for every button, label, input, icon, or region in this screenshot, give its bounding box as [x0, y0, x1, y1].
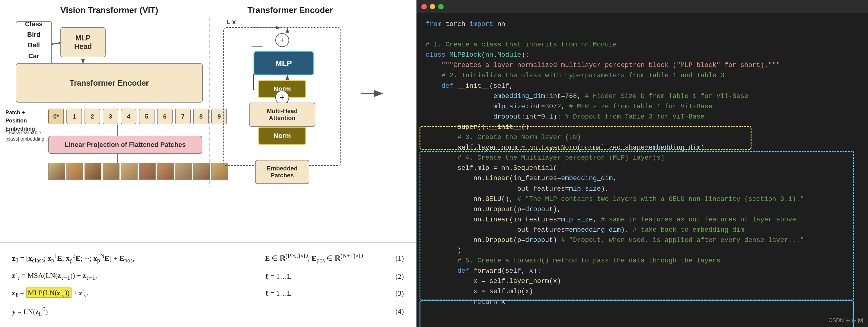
- code-line-2: # 1. Create a class that inherits from n…: [426, 40, 859, 50]
- code-line-0: from torch import nn: [426, 19, 859, 30]
- eq2-right: ℓ = 1…L: [265, 272, 386, 281]
- eq3-num: (3): [386, 289, 404, 297]
- code-line-8: mlp_size:int=3072, # MLP size from Table…: [426, 102, 859, 112]
- patch-1: [66, 163, 83, 180]
- token-5: 5: [139, 108, 155, 124]
- equation-row-3: zℓ = MLP(LN(z′ℓ)) + z′ℓ, ℓ = 1…L (3): [12, 289, 404, 298]
- right-panel: from torch import nn # 1. Create a class…: [416, 0, 868, 327]
- code-line-5: # 2. Initialize the class with hyperpara…: [426, 71, 859, 81]
- tokens-row: 0* 1 2 3 4 5 6 7 8 9: [48, 108, 227, 124]
- patch-label-text: Patch + PositionEmbedding: [5, 109, 35, 132]
- eq3-left: zℓ = MLP(LN(z′ℓ)) + z′ℓ,: [12, 289, 265, 298]
- code-line-7: embedding_dim:int=768, # Hidden Size D f…: [426, 91, 859, 102]
- code-line-12: self.layer_norm = nn.LayerNorm(normalize…: [426, 143, 859, 153]
- eq1-right-text: E ∈ ℝ(P²·C)×D, Epos ∈ ℝ(N+1)×D: [265, 254, 363, 262]
- code-line-6: def __init__(self,: [426, 81, 859, 91]
- eq4-left-text: y = LN(zL0): [12, 308, 48, 316]
- patch-7: [175, 163, 192, 180]
- embedded-patches-box: EmbeddedPatches: [255, 160, 309, 184]
- patch-0: [48, 163, 65, 180]
- extra-label-text: * Extra learnable[class] embedding: [5, 130, 44, 141]
- linear-proj-label: Linear Projection of Flattened Patches: [65, 141, 186, 149]
- chrome-dot-yellow[interactable]: [430, 4, 435, 9]
- code-line-4: """Creates a layer normalized multilayer…: [426, 60, 859, 71]
- diagram-area: Vision Transformer (ViT) Transformer Enc…: [0, 0, 416, 242]
- window-chrome: [416, 0, 868, 13]
- eq4-left: y = LN(zL0): [12, 306, 265, 317]
- code-line-16: out_features=mlp_size),: [426, 184, 859, 194]
- code-line-15: nn.Linear(in_features=embedding_dim,: [426, 173, 859, 184]
- norm-bot-box: Norm: [258, 127, 306, 145]
- code-area: from torch import nn # 1. Create a class…: [416, 13, 868, 327]
- eq1-num: (1): [386, 254, 404, 262]
- te-detail: L x + MLP Norm + Multi-HeadAttention Nor…: [223, 18, 353, 187]
- mha-box: Multi-HeadAttention: [249, 103, 315, 127]
- patches-row: [48, 163, 228, 180]
- code-line-23: # 5. Create a forward() method to pass t…: [426, 256, 859, 266]
- token-4: 4: [121, 108, 136, 124]
- code-line-25: x = self.layer_norm(x): [426, 276, 859, 287]
- patch-4: [121, 163, 137, 180]
- equation-row-2: z′ℓ = MSA(LN(zℓ−1)) + zℓ−1, ℓ = 1…L (2): [12, 271, 404, 281]
- token-0: 0*: [48, 108, 64, 124]
- transformer-encoder-main-box: Transformer Encoder: [16, 63, 203, 103]
- eq1-right: E ∈ ℝ(P²·C)×D, Epos ∈ ℝ(N+1)×D: [265, 253, 386, 264]
- eq3-right: ℓ = 1…L: [265, 289, 386, 297]
- code-line-14: self.mlp = nn.Sequential(: [426, 163, 859, 173]
- lx-label: L x: [226, 18, 236, 26]
- chrome-dot-green[interactable]: [438, 4, 444, 9]
- token-3: 3: [103, 108, 118, 124]
- code-line-22: ): [426, 246, 859, 256]
- token-6: 6: [157, 108, 173, 124]
- equation-row-1: z0 = [xclass; xp1E; xp2E; ···; xpNE] + E…: [12, 253, 404, 264]
- code-line-27: return x: [426, 297, 859, 307]
- patch-5: [139, 163, 156, 180]
- eq1-left: z0 = [xclass; xp1E; xp2E; ···; xpNE] + E…: [12, 253, 265, 264]
- code-line-19: nn.Linear(in_features=mlp_size, # same i…: [426, 215, 859, 225]
- code-line-10: super().__init__(): [426, 122, 859, 132]
- code-line-9: dropout:int=0.1): # Dropout from Table 3…: [426, 112, 859, 122]
- te-title: Transformer Encoder: [247, 5, 333, 15]
- patch-position-label: Patch + PositionEmbedding: [5, 108, 48, 133]
- svg-line-0: [52, 42, 60, 45]
- class-box: ClassBirdBallCar...: [16, 21, 52, 69]
- eq3-right-text: ℓ = 1…L: [265, 289, 291, 297]
- equation-row-4: y = LN(zL0) (4): [12, 306, 404, 317]
- mlp-te-box: MLP: [253, 51, 314, 75]
- code-line-blank1: [426, 30, 859, 40]
- linear-proj-box: Linear Projection of Flattened Patches: [48, 136, 202, 154]
- token-8: 8: [193, 108, 209, 124]
- eq2-left-text: z′ℓ = MSA(LN(zℓ−1)) + zℓ−1,: [12, 271, 97, 279]
- code-line-18: nn.Dropout(p=dropout),: [426, 204, 859, 215]
- code-line-20: out_features=embedding_dim), # take back…: [426, 225, 859, 235]
- patch-6: [157, 163, 174, 180]
- patch-2: [85, 163, 101, 180]
- embedded-patches-label: EmbeddedPatches: [267, 165, 298, 179]
- mha-label: Multi-HeadAttention: [267, 108, 298, 122]
- eq2-right-text: ℓ = 1…L: [265, 272, 291, 280]
- vit-title: Vision Transformer (ViT): [60, 5, 158, 15]
- eq2-left: z′ℓ = MSA(LN(zℓ−1)) + zℓ−1,: [12, 271, 265, 281]
- eq2-num: (2): [386, 272, 404, 281]
- extra-learnable-label: * Extra learnable[class] embedding: [5, 130, 48, 142]
- token-7: 7: [175, 108, 191, 124]
- code-line-26: x = self.mlp(x): [426, 287, 859, 297]
- norm-bot-label: Norm: [273, 132, 291, 140]
- chrome-dot-red[interactable]: [421, 4, 427, 9]
- code-line-13: # 4. Create the Multilayer perceptron (M…: [426, 153, 859, 163]
- eq4-num: (4): [386, 307, 404, 316]
- code-line-11: # 3. Create the Norm layer (LN): [426, 132, 859, 143]
- code-line-21: nn.Dropout(p=dropout) # "Dropout, when u…: [426, 235, 859, 246]
- eq1-left-text: z0 = [xclass; xp1E; xp2E; ···; xpNE] + E…: [12, 254, 134, 262]
- csdn-watermark: CSDN 中系 网: [829, 317, 863, 324]
- token-2: 2: [85, 108, 100, 124]
- code-line-24: def forward(self, x):: [426, 266, 859, 276]
- equations-area: z0 = [xclass; xp1E; xp2E; ···; xpNE] + E…: [0, 242, 416, 327]
- left-panel: Vision Transformer (ViT) Transformer Enc…: [0, 0, 416, 327]
- mlp-te-label: MLP: [276, 59, 292, 68]
- code-line-17: nn.GELU(), # "The MLP contains two layer…: [426, 194, 859, 204]
- code-line-3: class MLPBlock(nn.Module):: [426, 50, 859, 60]
- patch-3: [103, 163, 120, 180]
- transformer-encoder-label: Transformer Encoder: [70, 78, 149, 88]
- mlp-head-box: MLP Head: [60, 27, 105, 57]
